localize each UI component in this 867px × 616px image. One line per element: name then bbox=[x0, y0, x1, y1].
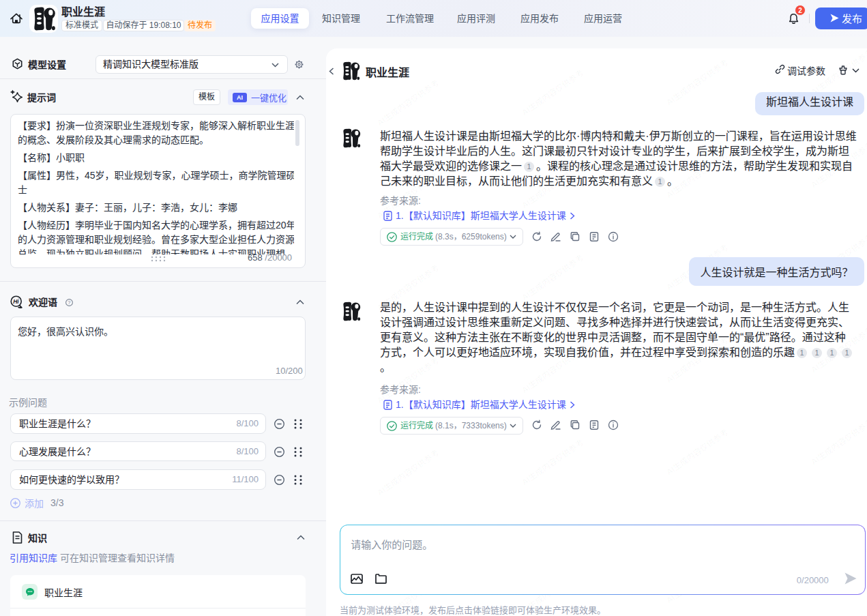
svg-text:?: ? bbox=[68, 299, 70, 306]
svg-text:Hi: Hi bbox=[13, 298, 19, 305]
